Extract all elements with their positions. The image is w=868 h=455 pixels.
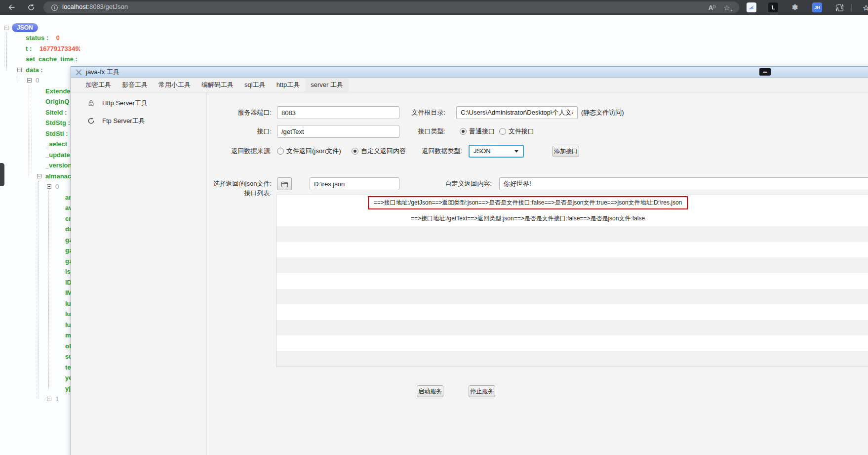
tree-expander[interactable] xyxy=(37,174,41,178)
return-type-combobox[interactable]: JSON xyxy=(469,145,524,158)
choose-file-button[interactable] xyxy=(277,177,292,190)
menu-tab[interactable]: server 工具 xyxy=(305,78,349,92)
tree-node[interactable]: almanac xyxy=(45,172,71,180)
tree-guide-line xyxy=(48,191,49,389)
radio-file-api-label: 文件接口 xyxy=(509,125,534,138)
sidebar-item-label: Ftp Server工具 xyxy=(102,114,145,128)
radio-normal-api-label: 普通接口 xyxy=(469,125,495,138)
folder-icon xyxy=(281,181,288,187)
extension-l-icon[interactable]: L xyxy=(768,2,778,12)
tree-root-node[interactable]: JSON xyxy=(4,23,38,32)
menu-tab[interactable]: sql工具 xyxy=(239,78,271,92)
tree-node[interactable]: OriginQ xyxy=(45,98,69,106)
menu-tab[interactable]: http工具 xyxy=(271,78,306,92)
api-list-row[interactable] xyxy=(276,273,868,289)
tree-node[interactable]: SiteId : xyxy=(45,109,67,117)
tree-node[interactable]: set_cache_time : xyxy=(26,55,78,63)
sidebar-item-ftp-server[interactable]: Ftp Server工具 xyxy=(71,114,206,128)
api-list-label: 接口列表: xyxy=(193,187,272,200)
tree-node-key: te xyxy=(65,364,71,371)
extensions-puzzle-icon[interactable] xyxy=(834,2,844,12)
api-list-row[interactable] xyxy=(276,351,868,367)
api-list-row[interactable]: ==>接口地址:/getJson==>返回类型:json==>是否是文件接口:f… xyxy=(276,195,868,211)
tree-node-key: t : xyxy=(26,45,32,52)
root-dir-input[interactable] xyxy=(456,106,578,119)
site-info-icon[interactable] xyxy=(49,2,59,12)
favorites-bar-star-icon[interactable]: ☆ xyxy=(861,2,868,12)
refresh-button[interactable] xyxy=(26,2,37,12)
tree-node[interactable]: status : 0 xyxy=(26,34,60,42)
tree-node[interactable]: lu xyxy=(65,310,71,318)
menu-tab[interactable]: 加密工具 xyxy=(80,78,117,92)
tree-node[interactable]: _version xyxy=(45,162,72,169)
api-list-row[interactable] xyxy=(276,289,868,305)
api-list-row[interactable]: ==>接口地址:/getText==>返回类型:json==>是否是文件接口:f… xyxy=(276,211,868,227)
add-api-button[interactable]: 添加接口 xyxy=(552,146,579,157)
tree-node-key: status : xyxy=(26,34,48,41)
radio-file-return[interactable] xyxy=(277,148,284,155)
menu-tab[interactable]: 常用小工具 xyxy=(153,78,196,92)
tree-node[interactable]: StdStg : xyxy=(45,119,70,127)
sidebar-item-label: Http Server工具 xyxy=(102,96,148,111)
read-aloud-icon[interactable]: A)) xyxy=(707,2,717,12)
tree-node-key: lu xyxy=(65,321,71,329)
api-list-row[interactable] xyxy=(276,304,868,320)
start-service-button[interactable]: 启动服务 xyxy=(417,385,443,397)
lock-icon xyxy=(87,99,95,109)
json-file-input[interactable] xyxy=(310,177,399,190)
radio-custom-return[interactable] xyxy=(352,148,358,155)
tree-guide-line xyxy=(6,33,7,70)
side-panel-handle[interactable] xyxy=(0,163,4,186)
menu-tab[interactable]: 编解码工具 xyxy=(196,78,239,92)
extension-flower-icon[interactable]: ✽ xyxy=(790,2,800,12)
radio-file-api[interactable] xyxy=(499,128,506,135)
api-list-row[interactable] xyxy=(276,335,868,351)
radio-normal-api[interactable] xyxy=(460,128,467,135)
custom-content-input[interactable] xyxy=(499,177,868,190)
address-bar[interactable]: localhost:8083/getJson A)) ☆+ xyxy=(43,1,739,13)
api-list-row[interactable] xyxy=(276,242,868,258)
tree-node[interactable]: _select_ xyxy=(45,140,71,148)
url-text: localhost:8083/getJson xyxy=(62,3,128,10)
tree-node-key: data : xyxy=(26,66,43,74)
api-type-label: 接口类型: xyxy=(366,125,445,138)
tree-node[interactable]: 1 xyxy=(55,395,59,403)
tree-node[interactable]: lu xyxy=(65,300,71,308)
tree-node[interactable]: StdStl : xyxy=(45,130,68,138)
tree-expander[interactable] xyxy=(4,26,8,30)
tree-node-key: set_cache_time : xyxy=(26,55,78,63)
favorite-star-icon[interactable]: ☆+ xyxy=(722,2,732,12)
back-button[interactable] xyxy=(6,2,17,12)
api-list-row[interactable] xyxy=(276,320,868,336)
tree-node[interactable]: _update xyxy=(45,151,70,159)
tree-node[interactable]: Extende xyxy=(45,87,71,95)
minimize-button[interactable] xyxy=(759,68,771,76)
api-list-row[interactable] xyxy=(276,226,868,242)
tree-node-key: 1 xyxy=(55,395,59,403)
tree-node[interactable]: data : xyxy=(26,66,43,74)
extension-jh-icon[interactable]: JH xyxy=(812,2,822,12)
extension-bird-icon[interactable] xyxy=(747,2,756,12)
tree-expander[interactable] xyxy=(47,397,51,401)
tree-node[interactable]: m xyxy=(65,331,71,339)
tree-node[interactable]: yj xyxy=(65,385,71,393)
return-source-label: 返回数据来源: xyxy=(193,145,272,158)
tree-node[interactable]: lu xyxy=(65,321,71,329)
menu-tab[interactable]: 影音工具 xyxy=(117,78,153,92)
api-list[interactable]: ==>接口地址:/getJson==>返回类型:json==>是否是文件接口:f… xyxy=(276,195,868,367)
window-titlebar[interactable]: java-fx 工具 xyxy=(71,67,868,78)
tree-node[interactable]: t : 1677917334923 xyxy=(26,45,80,53)
tree-node[interactable]: te xyxy=(65,364,71,372)
tree-expander[interactable] xyxy=(27,78,32,83)
tree-node-key: m xyxy=(65,331,71,339)
tree-node[interactable]: is xyxy=(65,268,71,276)
tree-node[interactable]: 0 xyxy=(36,77,39,84)
tree-node-key: StdStg : xyxy=(45,119,70,126)
tree-expander[interactable] xyxy=(47,184,51,189)
tree-node-key: StdStl : xyxy=(45,130,68,137)
api-list-row[interactable] xyxy=(276,257,868,273)
stop-service-button[interactable]: 停止服务 xyxy=(469,385,495,397)
tree-node[interactable]: 0 xyxy=(55,183,59,191)
sidebar-item-http-server[interactable]: Http Server工具 xyxy=(71,96,206,111)
tree-expander[interactable] xyxy=(17,68,22,72)
